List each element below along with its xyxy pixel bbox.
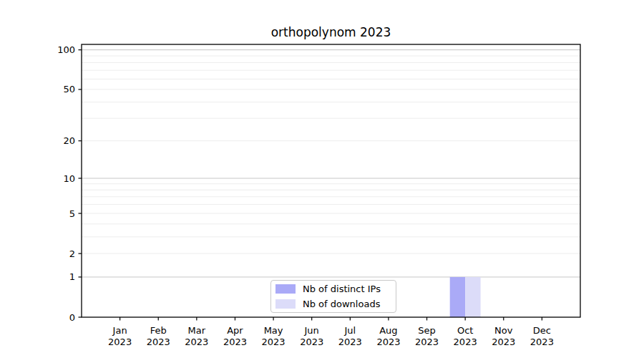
x-tick-label-month: Feb [150,325,167,336]
y-tick-label: 1 [69,271,75,282]
x-tick-label-year: 2023 [147,337,170,347]
y-tick-label: 5 [69,208,75,219]
y-tick-label: 10 [63,173,75,184]
y-tick-label: 20 [63,135,75,146]
x-tick-label-year: 2023 [300,337,323,347]
x-tick-label-year: 2023 [262,337,286,347]
distinct-ips-swatch-icon [275,284,296,294]
x-tick-label-year: 2023 [376,337,400,347]
legend-item-distinct-ips: Nb of distinct IPs [275,284,396,294]
x-tick-label-year: 2023 [185,337,208,347]
y-tick-label: 2 [69,248,75,259]
x-tick-label-month: Jan [112,325,127,336]
legend-item-downloads: Nb of downloads [275,299,396,309]
y-tick-label: 50 [63,84,75,95]
x-tick-label-month: Jun [304,325,319,336]
x-tick-label-month: Oct [457,325,473,336]
x-tick-label-month: May [264,325,283,336]
bar-distinct-ips [450,277,465,317]
y-tick-label: 100 [57,44,75,55]
x-tick-label-month: Sep [418,325,436,336]
x-tick-label-month: Jul [343,325,356,336]
axes-box [82,44,580,317]
x-tick-label-year: 2023 [415,337,439,347]
x-tick-label-year: 2023 [530,337,554,347]
x-tick-label-year: 2023 [492,337,515,347]
x-tick-label-month: Dec [533,325,551,336]
chart-figure: orthopolynom 2023 0125102050100Jan2023Fe… [0,0,644,358]
x-tick-label-year: 2023 [108,337,132,347]
x-tick-label-month: Mar [188,325,206,336]
downloads-swatch-icon [275,299,296,309]
x-tick-label-month: Apr [227,325,243,336]
x-tick-label-month: Nov [494,325,513,336]
legend-label-distinct-ips: Nb of distinct IPs [303,284,381,294]
x-tick-label-year: 2023 [338,337,362,347]
legend: Nb of distinct IPs Nb of downloads [270,280,396,313]
x-tick-label-year: 2023 [223,337,247,347]
y-tick-label: 0 [69,312,75,323]
x-tick-label-year: 2023 [454,337,477,347]
legend-label-downloads: Nb of downloads [303,299,380,309]
bar-downloads [465,277,480,317]
x-tick-label-month: Aug [379,325,397,336]
